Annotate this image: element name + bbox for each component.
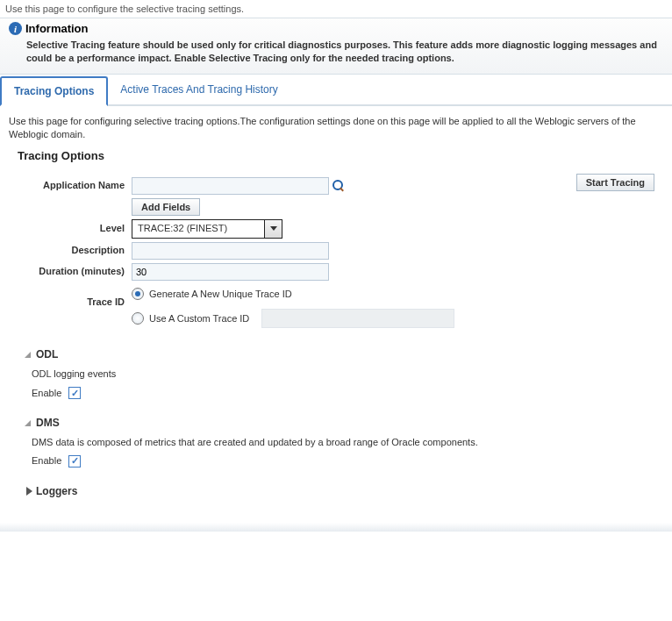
odl-enable-label: Enable [32,387,61,400]
tab-tracing-options[interactable]: Tracing Options [0,76,108,106]
radio-generate-trace-id[interactable] [132,288,144,300]
loggers-title: Loggers [36,484,77,499]
odl-title: ODL [36,347,58,362]
tab-content: Use this page for configuring selective … [0,106,672,511]
add-fields-button[interactable]: Add Fields [132,198,200,216]
information-panel: i Information Selective Tracing feature … [0,18,672,75]
section-title: Tracing Options [18,148,663,164]
info-title: Information [25,22,89,35]
label-description: Description [9,244,132,257]
label-application-name: Application Name [9,179,132,192]
level-select[interactable]: TRACE:32 (FINEST) [132,219,282,239]
application-name-input[interactable] [132,177,329,195]
footer-shade [0,523,672,532]
chevron-down-icon[interactable] [264,220,282,238]
duration-input[interactable] [132,263,329,281]
odl-description: ODL logging events [32,368,576,381]
dms-description: DMS data is composed of metrics that are… [32,436,576,449]
page-description: Use this page to configure the selective… [0,0,672,18]
tab-bar: Tracing Options Active Traces And Tracin… [0,75,672,106]
info-message: Selective Tracing feature should be used… [9,35,663,65]
custom-trace-id-input [261,309,454,328]
level-value: TRACE:32 (FINEST) [132,220,264,238]
dms-enable-label: Enable [32,454,61,468]
tab-active-traces-history[interactable]: Active Traces And Tracing History [108,76,290,106]
description-input[interactable] [132,242,329,260]
dms-enable-checkbox[interactable] [68,455,81,468]
label-duration: Duration (minutes) [9,265,132,278]
radio-generate-label: Generate A New Unique Trace ID [149,288,292,301]
label-trace-id: Trace ID [9,296,132,309]
info-icon: i [9,22,22,35]
search-icon[interactable] [332,180,345,192]
expand-icon[interactable] [26,487,32,496]
collapse-icon[interactable] [25,352,31,358]
collapse-icon[interactable] [25,420,31,426]
intro-text: Use this page for configuring selective … [9,115,663,142]
radio-custom-label: Use A Custom Trace ID [149,312,249,325]
radio-custom-trace-id[interactable] [132,312,144,325]
dms-title: DMS [36,416,60,431]
label-level: Level [9,222,132,235]
start-tracing-button[interactable]: Start Tracing [576,174,654,191]
odl-enable-checkbox[interactable] [68,387,81,399]
